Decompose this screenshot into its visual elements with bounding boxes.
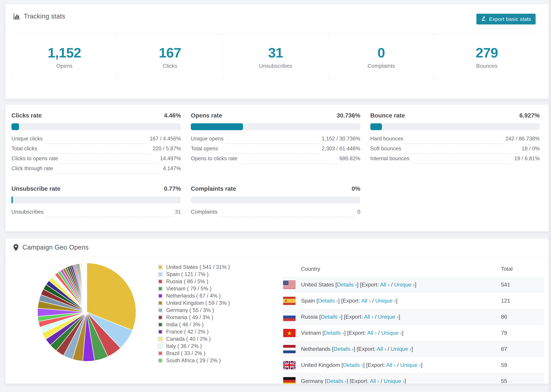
- legend-color-swatch: [158, 272, 163, 277]
- legend-label: Russia ( 86 / 5% ): [166, 279, 208, 285]
- rate-detail-row: Opens to clicks rate 689.82%: [191, 155, 360, 165]
- geo-opens-pie-wrap: [34, 259, 140, 365]
- stat-value: 1,152: [48, 45, 81, 61]
- legend-item[interactable]: Vietnam ( 79 / 5% ): [158, 285, 230, 292]
- stat-cell: 31 Unsubscribes: [223, 34, 328, 80]
- rate-detail-rows: Unique opens 1,152 / 30.736% Total opens…: [191, 136, 360, 165]
- export-unique-link[interactable]: Unique ›: [391, 346, 411, 352]
- export-unique-link[interactable]: Unique ›: [381, 330, 402, 336]
- export-unique-link[interactable]: Unique ›: [384, 378, 404, 384]
- country-flag-icon: [283, 329, 296, 337]
- legend-item[interactable]: Germany ( 55 / 3% ): [158, 307, 230, 314]
- total-column-header: Total: [501, 266, 544, 272]
- country-flag-icon: [283, 281, 296, 289]
- legend-color-swatch: [158, 315, 163, 320]
- legend-item[interactable]: India ( 46 / 3% ): [158, 321, 230, 328]
- geo-opens-table: Country Total United States [Details ›] …: [283, 261, 544, 384]
- rate-progress-bar: [191, 196, 360, 203]
- country-name: Netherlands: [301, 346, 331, 352]
- rate-row-value: 0: [357, 209, 360, 215]
- rate-progress-fill: [191, 123, 243, 130]
- legend-item[interactable]: United States ( 541 / 31% ): [158, 264, 230, 271]
- country-cell: Spain [Details ›] [Export: All › / Uniqu…: [296, 298, 501, 304]
- geo-table-row: Russia [Details ›] [Export: All › / Uniq…: [283, 309, 544, 325]
- rate-detail-row: Clicks to opens rate 14.497%: [11, 155, 181, 165]
- geo-opens-pie-chart[interactable]: [34, 259, 140, 365]
- country-name: Germany: [301, 378, 324, 384]
- export-all-link[interactable]: All ›: [361, 298, 371, 304]
- legend-item[interactable]: Canada ( 40 / 2% ): [158, 335, 230, 343]
- legend-item[interactable]: Romania ( 49 / 3% ): [158, 314, 230, 321]
- page-scrollbar[interactable]: [549, 0, 551, 392]
- details-link[interactable]: Details ›: [343, 362, 363, 368]
- dotted-leader: [226, 143, 319, 144]
- rate-row-value: 689.82%: [339, 155, 360, 162]
- export-basic-stats-button[interactable]: Export basic stats: [476, 14, 536, 24]
- stat-cell: 0 Complaints: [329, 34, 434, 80]
- rate-progress-bar: [191, 123, 360, 130]
- export-unique-link[interactable]: Unique ›: [394, 281, 415, 288]
- rate-value: 0%: [352, 185, 360, 192]
- rate-row-label: Internal bounces: [370, 155, 410, 162]
- details-link[interactable]: Details ›: [333, 346, 353, 352]
- stat-label: Clicks: [163, 63, 177, 69]
- export-all-link[interactable]: All ›: [370, 378, 379, 384]
- export-all-link[interactable]: All ›: [364, 314, 373, 320]
- campaign-geo-opens-card: Campaign Geo Opens United States ( 541 /…: [5, 238, 549, 384]
- legend-item[interactable]: Russia ( 86 / 5% ): [158, 278, 230, 285]
- details-link[interactable]: Details ›: [321, 314, 341, 320]
- rate-row-value: 14.497%: [160, 155, 181, 162]
- dotted-leader: [240, 163, 337, 164]
- rate-detail-rows: Unique clicks 167 / 4.456% Total clicks …: [11, 136, 181, 175]
- rate-row-label: Unique clicks: [11, 136, 43, 142]
- rate-detail-row: Unsubscribes 31: [11, 209, 181, 219]
- export-unique-link[interactable]: Unique ›: [378, 314, 399, 320]
- rate-value: 0.77%: [164, 185, 181, 192]
- country-flag-icon: [283, 361, 296, 369]
- country-total: 59: [501, 362, 544, 368]
- stats-summary: 1,152 Opens 167 Clicks 31 Unsubscribes 0…: [11, 34, 540, 80]
- geo-table-row: Spain [Details ›] [Export: All › / Uniqu…: [283, 293, 544, 309]
- legend-item[interactable]: South Africa ( 29 / 2% ): [158, 357, 230, 364]
- rate-progress-fill: [11, 123, 19, 130]
- legend-label: Canada ( 40 / 2% ): [166, 336, 211, 342]
- stat-label: Complaints: [367, 63, 395, 69]
- export-all-link[interactable]: All ›: [367, 330, 377, 336]
- geo-table-row: United States [Details ›] [Export: All ›…: [283, 277, 544, 293]
- legend-item[interactable]: Brazil ( 33 / 2% ): [158, 350, 230, 357]
- legend-item[interactable]: Italy ( 36 / 2% ): [158, 343, 230, 350]
- export-all-link[interactable]: All ›: [377, 346, 386, 352]
- page-title: Tracking stats: [24, 13, 65, 20]
- legend-item[interactable]: Netherlands ( 67 / 4% ): [158, 292, 230, 300]
- rate-detail-rows: Hard bounces 242 / 86.738% Soft bounces …: [370, 136, 540, 165]
- export-all-link[interactable]: All ›: [386, 362, 396, 368]
- country-total: 121: [501, 298, 544, 304]
- dotted-leader: [221, 154, 319, 154]
- export-unique-link[interactable]: Unique ›: [400, 362, 421, 368]
- details-link[interactable]: Details ›: [318, 298, 338, 304]
- legend-item[interactable]: France ( 42 / 2% ): [158, 328, 230, 335]
- legend-item[interactable]: Spain ( 121 / 7% ): [158, 271, 230, 278]
- rate-title: Unsubscribe rate: [11, 185, 60, 192]
- details-link[interactable]: Details ›: [326, 378, 346, 384]
- legend-color-swatch: [158, 265, 163, 270]
- rate-row-value: 19 / 6.81%: [514, 155, 540, 162]
- legend-label: United States ( 541 / 31% ): [166, 264, 230, 270]
- details-link[interactable]: Details ›: [337, 281, 357, 288]
- legend-item[interactable]: United Kingdom ( 59 / 3% ): [158, 300, 230, 307]
- legend-label: Brazil ( 33 / 2% ): [166, 350, 205, 357]
- rate-row-label: Click through rate: [11, 165, 53, 172]
- details-link[interactable]: Details ›: [324, 330, 344, 336]
- export-unique-link[interactable]: Unique ›: [375, 298, 396, 304]
- export-all-link[interactable]: All ›: [380, 281, 389, 288]
- rate-row-label: Opens to clicks rate: [191, 155, 237, 162]
- country-cell: Vietnam [Details ›] [Export: All › / Uni…: [296, 330, 501, 336]
- legend-label: Spain ( 121 / 7% ): [166, 271, 209, 277]
- rate-row-value: 242 / 86.738%: [505, 136, 540, 142]
- bar-chart-icon: [13, 13, 20, 20]
- legend-color-swatch: [158, 336, 163, 341]
- country-total: 55: [501, 378, 544, 384]
- rates-grid: Clicks rate 4.46% Unique clicks 167 / 4.…: [11, 112, 540, 219]
- legend-label: United Kingdom ( 59 / 3% ): [166, 300, 230, 306]
- rate-row-value: 1,152 / 30.736%: [322, 136, 360, 142]
